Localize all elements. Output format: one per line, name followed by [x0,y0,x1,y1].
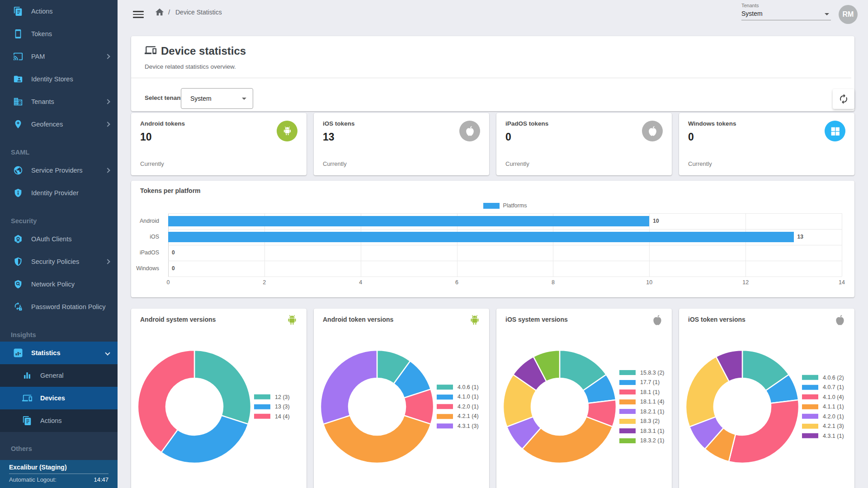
sidebar-item-identity-stores[interactable]: Identity Stores [0,68,118,90]
bar-value-label: 10 [653,216,659,226]
sidebar-item-network-policy[interactable]: Network Policy [0,273,118,296]
donut-slice[interactable] [321,350,377,424]
legend-item[interactable]: 18.1 (1) [619,387,665,397]
bar-chart-icon [22,370,33,381]
sidebar-item-geofences[interactable]: Geofences [0,113,118,136]
legend-item[interactable]: 15.8.3 (2) [619,368,665,378]
sidebar-item-actions[interactable]: Actions [0,0,118,23]
legend-label: 18.1 (1) [640,389,660,395]
gridline [168,229,842,230]
legend-label: 4.2.1 (3) [823,423,844,429]
sidebar-item-tokens[interactable]: Tokens [0,23,118,45]
bar-chart-plot: 101300 [168,213,842,277]
sidebar-item-statistics[interactable]: Statistics [0,342,118,364]
sidebar-section-others: Others [0,442,118,455]
bar-value-label: 0 [172,263,175,274]
devices-icon [22,393,33,404]
stat-card-caption: Currently [688,160,712,167]
donut-chart [503,350,617,464]
legend-item[interactable]: 4.2.0 (1) [802,412,844,422]
refresh-button[interactable] [833,89,854,109]
donut-slice[interactable] [323,415,431,463]
donut-card-ios-token-versions: iOS token versions4.0.6 (2)4.0.7 (1)4.1.… [679,309,854,488]
legend-swatch [802,385,818,390]
legend-item[interactable]: 18.3 (2) [619,417,665,427]
gridline [168,213,842,214]
sidebar-item-security-policies[interactable]: Security Policies [0,250,118,273]
legend-item[interactable]: 4.1.0 (4) [802,392,844,402]
legend-swatch [437,424,453,429]
donut-slice[interactable] [729,400,799,463]
shield-half-icon [13,256,24,267]
sidebar-item-oauth-clients[interactable]: OAuth Clients [0,228,118,250]
bar-android[interactable] [168,216,649,226]
legend-item[interactable]: 4.2.0 (1) [437,402,479,412]
donut-legend: 15.8.3 (2)17.7 (1)18.1 (1)18.1.1 (4)18.2… [619,368,665,446]
legend-item[interactable]: 4.3.1 (3) [437,421,479,431]
stat-card-value: 0 [688,131,694,143]
legend-swatch [802,394,818,399]
bar-chart-x-labels: 02468101214 [168,279,842,286]
donut-slice[interactable] [161,415,248,463]
legend-item[interactable]: 18.2.1 (1) [619,407,665,417]
sidebar-item-pam[interactable]: PAM [0,45,118,68]
donut-card-title: iOS system versions [505,316,568,323]
sidebar-item-general[interactable]: General [0,364,118,387]
legend-swatch [254,414,270,419]
tenant-select[interactable]: System [181,88,253,109]
donut-card-title: iOS token versions [688,316,745,323]
legend-item[interactable]: 18.1.1 (4) [619,397,665,407]
stat-card-ios-tokens: iOS tokens13Currently [314,113,489,175]
map-pin-icon [13,119,24,130]
chevron-down-icon [242,98,246,100]
apple-icon [642,121,663,141]
tenant-select-value: System [190,95,212,102]
avatar[interactable]: RM [839,5,858,24]
bar-chart-legend[interactable]: Platforms [168,202,842,209]
legend-item[interactable]: 18.3.2 (1) [619,436,665,446]
topbar-tenant-select[interactable]: Tenants System [741,3,831,20]
legend-item[interactable]: 12 (3) [254,392,290,402]
sidebar-item-label: PAM [31,53,45,60]
sidebar-item-password-rotation-policy[interactable]: Password Rotation Policy [0,296,118,318]
legend-item[interactable]: 4.0.6 (2) [802,373,844,383]
sidebar-item-actions[interactable]: Actions [0,409,118,432]
gridline [168,245,842,245]
legend-item[interactable]: 17.7 (1) [619,378,665,388]
legend-item[interactable]: 14 (4) [254,412,290,422]
legend-item[interactable]: 4.1.0 (1) [437,392,479,402]
legend-label: 4.0.6 (2) [823,375,844,381]
folder-account-icon [13,74,24,84]
sidebar: ActionsTokensPAMIdentity StoresTenantsGe… [0,0,118,488]
copy-icon [13,6,24,17]
donut-slice[interactable] [194,350,251,424]
legend-swatch [802,375,818,380]
sidebar-item-service-providers[interactable]: Service Providers [0,159,118,182]
legend-label: 18.3 (2) [640,418,660,424]
legend-item[interactable]: 4.3.1 (1) [802,431,844,441]
sidebar-item-devices[interactable]: Devices [0,387,118,409]
legend-label: 13 (3) [275,404,290,410]
legend-item[interactable]: 4.2.1 (3) [802,421,844,431]
legend-item[interactable]: 4.0.6 (1) [437,382,479,392]
gridline [842,213,842,277]
legend-item[interactable]: 4.1.1 (1) [802,402,844,412]
legend-swatch [437,394,453,399]
sidebar-item-label: Network Policy [31,281,75,288]
legend-item[interactable]: 18.3.1 (1) [619,426,665,436]
donut-card-android-token-versions: Android token versions4.0.6 (1)4.1.0 (1)… [314,309,489,488]
legend-swatch [437,414,453,419]
sidebar-item-identity-provider[interactable]: Identity Provider [0,182,118,204]
home-icon[interactable] [155,7,165,19]
bar-ios[interactable] [168,232,794,242]
legend-item[interactable]: 4.0.7 (1) [802,382,844,392]
legend-label: 4.2.0 (1) [458,404,479,410]
legend-swatch [254,394,270,399]
bar-value-label: 13 [797,232,803,242]
x-axis-label: 2 [263,279,266,286]
legend-item[interactable]: 13 (3) [254,402,290,412]
legend-item[interactable]: 4.2.1 (4) [437,412,479,422]
sidebar-item-tenants[interactable]: Tenants [0,90,118,113]
menu-toggle-icon[interactable] [133,11,144,18]
legend-swatch [802,424,818,429]
